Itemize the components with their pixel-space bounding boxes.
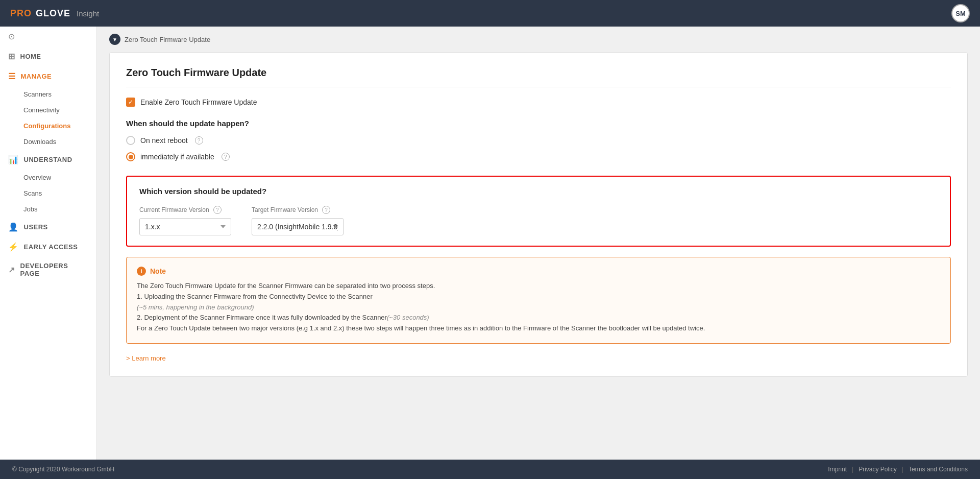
sidebar-item-developers-page[interactable]: ↗ DEVELOPERS PAGE [0, 257, 96, 282]
overview-label: Overview [23, 174, 51, 181]
sidebar-item-early-access-label: EARLY ACCESS [24, 243, 78, 251]
content-area: Zero Touch Firmware Update ✓ Enable Zero… [97, 52, 980, 460]
brand-pro: PRO [10, 8, 32, 19]
footer-terms[interactable]: Terms and Conditions [909, 466, 968, 473]
learn-more-link[interactable]: > Learn more [126, 354, 166, 362]
home-icon: ⊞ [8, 52, 15, 61]
help-icon-on-next-reboot[interactable]: ? [195, 136, 203, 145]
downloads-label: Downloads [23, 138, 56, 146]
sidebar-sub-jobs[interactable]: Jobs [0, 201, 96, 217]
bottom-bar: © Copyright 2020 Workaround GmbH Imprint… [0, 460, 980, 479]
sidebar-item-developers-page-label: DEVELOPERS PAGE [20, 262, 89, 277]
user-avatar[interactable]: SM [951, 4, 970, 22]
current-firmware-label: Current Firmware Version ? [139, 206, 231, 214]
help-icon-immediately[interactable]: ? [222, 153, 230, 161]
sidebar-item-home[interactable]: ⊞ HOME [0, 46, 96, 66]
note-line4: For a Zero Touch Update between two majo… [137, 323, 940, 334]
sidebar-sub-scanners[interactable]: Scanners [0, 86, 96, 102]
card-title: Zero Touch Firmware Update [126, 67, 951, 87]
brand-insight: Insight [77, 9, 99, 18]
current-firmware-group: Current Firmware Version ? 1.x.x 2.x.x [139, 206, 231, 235]
radio-group-when: On next reboot ? immediately if availabl… [126, 136, 951, 161]
sidebar-item-manage-label: MANAGE [21, 73, 52, 80]
understand-icon: 📊 [8, 155, 19, 164]
radio-label-immediately: immediately if available [140, 153, 214, 161]
scanners-label: Scanners [23, 90, 52, 98]
sidebar-item-users[interactable]: 👤 USERS [0, 217, 96, 237]
target-firmware-select[interactable]: 2.2.0 (InsightMobile 1.9.0) 2.1.0 (Insig… [252, 218, 344, 235]
sidebar-item-early-access[interactable]: ⚡ EARLY ACCESS [0, 237, 96, 257]
note-line2: 1. Uploading the Scanner Firmware from t… [137, 292, 940, 313]
main-card: Zero Touch Firmware Update ✓ Enable Zero… [109, 52, 968, 377]
note-header: i Note [137, 267, 940, 276]
note-line2-italic: (~5 mins, happening in the background) [137, 303, 254, 311]
note-line3-italic: (~30 seconds) [387, 314, 429, 321]
note-line1: The Zero Touch Firmware Update for the S… [137, 281, 940, 292]
enable-checkbox-row: ✓ Enable Zero Touch Firmware Update [126, 98, 951, 107]
radio-label-on-next-reboot: On next reboot [140, 136, 188, 145]
note-icon: i [137, 267, 146, 276]
enable-checkbox-label: Enable Zero Touch Firmware Update [140, 98, 257, 106]
when-question: When should the update happen? [126, 119, 951, 128]
sidebar-item-manage[interactable]: ☰ MANAGE [0, 66, 96, 86]
note-line3: 2. Deployment of the Scanner Firmware on… [137, 313, 940, 323]
version-box-title: Which version should be updated? [139, 187, 938, 196]
radio-immediately[interactable] [126, 152, 135, 161]
sidebar-sub-overview[interactable]: Overview [0, 170, 96, 185]
sidebar-item-understand-label: UNDERSTAND [24, 156, 72, 163]
radio-inner-immediately [129, 155, 133, 159]
copyright: © Copyright 2020 Workaround GmbH [12, 466, 114, 473]
layout: ⊙ ⊞ HOME ☰ MANAGE Scanners Connectivity … [0, 27, 980, 460]
top-navigation: PROGLOVE Insight SM [0, 0, 980, 27]
radio-row-immediately[interactable]: immediately if available ? [126, 152, 951, 161]
configurations-label: Configurations [23, 122, 70, 130]
version-selects: Current Firmware Version ? 1.x.x 2.x.x [139, 206, 938, 235]
collapse-button[interactable]: ⊙ [0, 27, 96, 46]
footer-privacy[interactable]: Privacy Policy [859, 466, 897, 473]
manage-icon: ☰ [8, 71, 16, 81]
breadcrumb-icon[interactable]: ▼ [109, 34, 120, 45]
footer-imprint[interactable]: Imprint [828, 466, 847, 473]
footer-links: Imprint | Privacy Policy | Terms and Con… [828, 466, 968, 473]
breadcrumb: ▼ Zero Touch Firmware Update [97, 27, 980, 52]
jobs-label: Jobs [23, 205, 37, 213]
sidebar-sub-scans[interactable]: Scans [0, 185, 96, 201]
sidebar-sub-connectivity[interactable]: Connectivity [0, 102, 96, 118]
help-icon-current-firmware[interactable]: ? [213, 206, 222, 214]
scans-label: Scans [23, 189, 42, 197]
sidebar-sub-downloads[interactable]: Downloads [0, 134, 96, 150]
sidebar-sub-configurations[interactable]: Configurations [0, 118, 96, 134]
note-body: The Zero Touch Firmware Update for the S… [137, 281, 940, 334]
main-content: ▼ Zero Touch Firmware Update Zero Touch … [97, 27, 980, 460]
enable-checkbox[interactable]: ✓ [126, 98, 135, 107]
help-icon-target-firmware[interactable]: ? [322, 206, 330, 214]
target-firmware-label: Target Firmware Version ? [252, 206, 344, 214]
brand: PROGLOVE Insight [10, 8, 99, 19]
radio-on-next-reboot[interactable] [126, 136, 135, 145]
early-access-icon: ⚡ [8, 242, 19, 252]
brand-glove: GLOVE [36, 8, 70, 19]
version-box: Which version should be updated? Current… [126, 176, 951, 247]
sidebar-item-understand[interactable]: 📊 UNDERSTAND [0, 150, 96, 170]
users-icon: 👤 [8, 222, 19, 232]
target-firmware-group: Target Firmware Version ? 2.2.0 (Insight… [252, 206, 344, 235]
note-box: i Note The Zero Touch Firmware Update fo… [126, 257, 951, 344]
connectivity-label: Connectivity [23, 106, 60, 114]
current-firmware-select[interactable]: 1.x.x 2.x.x [139, 218, 231, 235]
sidebar-item-users-label: USERS [24, 223, 48, 231]
note-title: Note [150, 267, 166, 275]
sidebar: ⊙ ⊞ HOME ☰ MANAGE Scanners Connectivity … [0, 27, 97, 460]
developers-page-icon: ↗ [8, 265, 15, 275]
chevron-down-icon: ▼ [112, 37, 117, 42]
radio-row-on-next-reboot[interactable]: On next reboot ? [126, 136, 951, 145]
sidebar-item-home-label: HOME [20, 53, 41, 60]
breadcrumb-text: Zero Touch Firmware Update [125, 36, 210, 43]
